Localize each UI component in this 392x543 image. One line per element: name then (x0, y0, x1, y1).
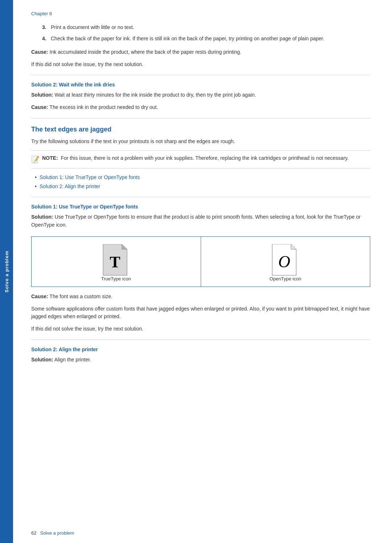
solution2-wait-sol-text: Wait at least thirty minutes for the ink… (55, 92, 256, 98)
solution2-wait-sol-label: Solution: (31, 92, 53, 98)
solution1-sol-label: Solution: (31, 214, 53, 220)
divider-2 (31, 118, 370, 118)
topic-heading: The text edges are jagged (31, 126, 370, 133)
solutions-bullet-list: Solution 1: Use TrueType or OpenType fon… (35, 174, 370, 190)
sidebar-tab: Solve a problem (0, 0, 13, 543)
bullet-item-2: Solution 2: Align the printer (35, 183, 370, 190)
cause-top-paragraph: Cause: Ink accumulated inside the produc… (31, 48, 370, 56)
main-content: Chapter 8 3. Print a document with littl… (13, 0, 392, 543)
solution2-wait-solution: Solution: Wait at least thirty minutes f… (31, 91, 370, 99)
footer-section-name: Solve a problem (40, 530, 74, 536)
chapter-header: Chapter 8 (31, 11, 370, 16)
solution2-wait-cause: Cause: The excess ink in the product nee… (31, 104, 370, 112)
next-solution-top: If this did not solve the issue, try the… (31, 61, 370, 69)
item-3-text: Print a document with little or no text. (51, 24, 370, 31)
solution1-extra-text2: If this did not solve the issue, try the… (31, 325, 370, 333)
opentype-icon: O (271, 244, 300, 276)
solution2-align-sol-label: Solution: (31, 357, 53, 362)
item-4-number: 4. (42, 35, 51, 42)
truetype-figure: T TrueType icon (42, 244, 190, 281)
solution1-cause-text: The font was a custom size. (49, 293, 113, 299)
svg-text:T: T (110, 253, 120, 271)
solution2-align-link[interactable]: Solution 2: Align the printer (40, 183, 100, 190)
solution1-solution-para: Solution: Use TrueType or OpenType fonts… (31, 213, 370, 229)
opentype-cell: O OpenType icon (201, 236, 370, 287)
topic-intro: Try the following solutions if the text … (31, 138, 370, 146)
divider-1 (31, 75, 370, 75)
solution1-heading[interactable]: Solution 1: Use TrueType or OpenType fon… (31, 204, 370, 210)
svg-text:O: O (278, 252, 290, 271)
truetype-cell: T TrueType icon (32, 236, 201, 287)
cause-top-text: Ink accumulated inside the product, wher… (50, 49, 241, 55)
solution2-align-sol-text: Align the printer. (54, 357, 91, 362)
solution1-cause-para: Cause: The font was a custom size. (31, 293, 370, 301)
note-label: NOTE: (42, 155, 58, 161)
solution2-align-heading[interactable]: Solution 2: Align the printer (31, 347, 370, 352)
item-4-text: Check the back of the paper for ink. If … (51, 35, 370, 42)
divider-3 (31, 197, 370, 197)
bullet-item-1: Solution 1: Use TrueType or OpenType fon… (35, 174, 370, 181)
numbered-list-top: 3. Print a document with little or no te… (42, 24, 370, 42)
svg-marker-1 (122, 244, 127, 249)
cause-top-label: Cause: (31, 49, 48, 55)
solution2-wait-cause-text: The excess ink in the product needed to … (49, 104, 158, 110)
opentype-caption: OpenType icon (270, 276, 301, 281)
opentype-figure: O OpenType icon (212, 244, 359, 281)
footer-page-number: 62 (31, 530, 36, 536)
divider-4 (31, 340, 370, 340)
solution1-link[interactable]: Solution 1: Use TrueType or OpenType fon… (40, 174, 140, 181)
page-footer: 62 Solve a problem (31, 530, 370, 536)
note-box: 📝 NOTE: For this issue, there is not a p… (31, 150, 370, 169)
solution2-align-para: Solution: Align the printer. (31, 356, 370, 364)
truetype-icon: T (102, 244, 131, 276)
note-text-container: NOTE: For this issue, there is not a pro… (42, 154, 349, 162)
solution1-extra-text1: Some software applications offer custom … (31, 305, 370, 321)
solution1-sol-text: Use TrueType or OpenType fonts to ensure… (31, 214, 360, 228)
solution1-cause-label: Cause: (31, 293, 48, 299)
truetype-caption: TrueType icon (101, 276, 131, 281)
sidebar-label: Solve a problem (4, 251, 9, 292)
note-body: For this issue, there is not a problem w… (61, 155, 348, 161)
item-3-number: 3. (42, 24, 51, 31)
font-icon-table: T TrueType icon (31, 236, 370, 287)
note-icon: 📝 (31, 155, 39, 165)
list-item-3: 3. Print a document with little or no te… (42, 24, 370, 31)
list-item-4: 4. Check the back of the paper for ink. … (42, 35, 370, 42)
svg-marker-4 (291, 244, 296, 249)
solution2-wait-cause-label: Cause: (31, 104, 48, 110)
solution2-wait-heading[interactable]: Solution 2: Wait while the ink dries (31, 82, 370, 88)
